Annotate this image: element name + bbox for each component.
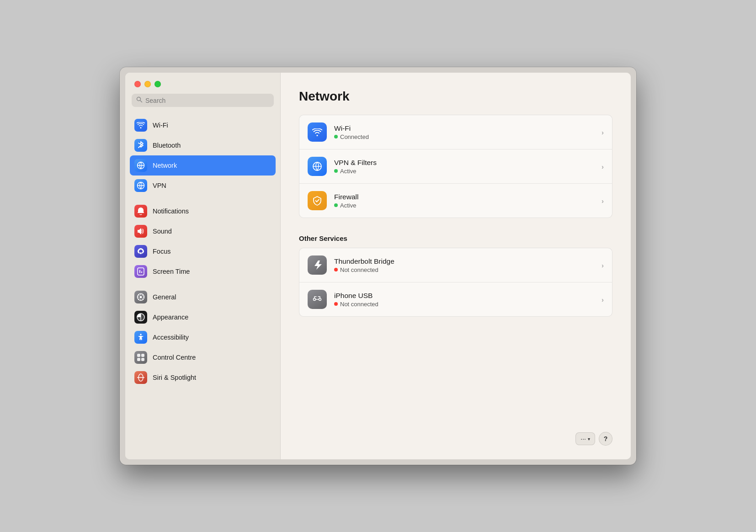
search-input[interactable] [145, 97, 269, 104]
other-services-section: Thunderbolt Bridge Not connected › [299, 248, 612, 317]
sidebar-item-bluetooth[interactable]: Bluetooth [130, 135, 276, 155]
thunderbolt-card-icon [308, 255, 327, 275]
wifi-chevron: › [602, 128, 604, 136]
page-title: Network [299, 89, 612, 104]
firewall-chevron: › [602, 197, 604, 205]
sidebar-item-focus-label: Focus [153, 248, 171, 255]
thunderbolt-card-name: Thunderbolt Bridge [334, 257, 594, 266]
thunderbolt-status-text: Not connected [340, 266, 378, 273]
separator-1 [130, 196, 276, 201]
bluetooth-icon [134, 139, 147, 152]
sidebar-item-notifications[interactable]: Notifications [130, 201, 276, 221]
sidebar-item-notifications-label: Notifications [153, 207, 189, 215]
sidebar-item-appearance[interactable]: Appearance [130, 307, 276, 327]
svg-rect-5 [138, 268, 144, 275]
svg-point-7 [140, 296, 142, 298]
iphone-card-status: Not connected [334, 301, 594, 308]
sidebar-item-vpn-label: VPN [153, 182, 166, 189]
minimize-button[interactable] [144, 81, 151, 87]
sidebar-item-network[interactable]: Network [130, 155, 276, 176]
search-input-wrapper[interactable] [132, 94, 274, 107]
network-icon [134, 159, 147, 172]
vpn-chevron: › [602, 163, 604, 170]
svg-rect-12 [137, 358, 140, 361]
firewall-card-name: Firewall [334, 193, 594, 201]
other-services-title: Other Services [299, 234, 612, 242]
appearance-icon [134, 311, 147, 324]
vpn-card-name: VPN & Filters [334, 159, 594, 167]
iphone-usb-card[interactable]: iPhone USB Not connected › [299, 282, 612, 317]
sidebar-item-screentime[interactable]: Screen Time [130, 261, 276, 282]
iphone-chevron: › [602, 296, 604, 303]
focus-icon [134, 245, 147, 258]
sidebar-item-screentime-label: Screen Time [153, 268, 190, 275]
wifi-status-dot [334, 135, 338, 138]
thunderbolt-card-info: Thunderbolt Bridge Not connected [334, 257, 594, 273]
vpn-card-status: Active [334, 168, 594, 175]
primary-section: Wi-Fi Connected › [299, 115, 612, 218]
sidebar-item-sound[interactable]: Sound [130, 221, 276, 241]
sidebar-item-general[interactable]: General [130, 287, 276, 307]
sidebar-item-siri[interactable]: Siri & Spotlight [130, 367, 276, 388]
search-container [125, 94, 280, 113]
separator-2 [130, 282, 276, 287]
help-label: ? [604, 435, 608, 442]
screentime-icon [134, 265, 147, 278]
sidebar-item-siri-label: Siri & Spotlight [153, 374, 196, 381]
help-button[interactable]: ? [599, 432, 612, 446]
wifi-card-info: Wi-Fi Connected [334, 124, 594, 140]
sidebar-item-wifi[interactable]: Wi-Fi [130, 115, 276, 135]
sidebar-item-vpn[interactable]: VPN [130, 176, 276, 196]
vpn-status-text: Active [340, 168, 356, 175]
wifi-card-icon [308, 122, 327, 142]
iphone-card-name: iPhone USB [334, 292, 594, 300]
wifi-icon [134, 119, 147, 132]
vpn-filters-card[interactable]: VPN & Filters Active › [299, 149, 612, 183]
svg-point-4 [140, 252, 142, 254]
vpn-status-dot [334, 169, 338, 173]
thunderbolt-card-status: Not connected [334, 266, 594, 273]
main-window: Wi-Fi Bluetooth [125, 73, 631, 459]
sidebar-list: Wi-Fi Bluetooth [125, 113, 280, 459]
maximize-button[interactable] [154, 81, 161, 87]
notifications-icon [134, 205, 147, 218]
svg-point-9 [140, 334, 142, 335]
sidebar-item-general-label: General [153, 293, 176, 301]
firewall-status-text: Active [340, 202, 356, 209]
thunderbolt-status-dot [334, 268, 338, 271]
sound-icon [134, 225, 147, 238]
firewall-card-status: Active [334, 202, 594, 209]
accessibility-icon [134, 331, 147, 344]
thunderbolt-card[interactable]: Thunderbolt Bridge Not connected › [299, 248, 612, 282]
iphone-status-dot [334, 302, 338, 306]
vpn-icon [134, 179, 147, 192]
general-icon [134, 291, 147, 303]
more-chevron: ▾ [588, 436, 590, 442]
wifi-card[interactable]: Wi-Fi Connected › [299, 115, 612, 149]
firewall-card-info: Firewall Active [334, 193, 594, 209]
more-button[interactable]: ··· ▾ [575, 432, 595, 445]
vpn-card-icon [308, 157, 327, 176]
sidebar-item-accessibility[interactable]: Accessibility [130, 327, 276, 347]
firewall-status-dot [334, 203, 338, 207]
sidebar-item-controlcentre[interactable]: Control Centre [130, 347, 276, 367]
firewall-card-icon [308, 191, 327, 210]
firewall-card[interactable]: Firewall Active › [299, 183, 612, 218]
sidebar-item-focus[interactable]: Focus [130, 241, 276, 261]
window-wrapper: Wi-Fi Bluetooth [120, 67, 636, 465]
sidebar-item-accessibility-label: Accessibility [153, 334, 189, 341]
close-button[interactable] [134, 81, 141, 87]
wifi-status-text: Connected [340, 133, 369, 140]
sidebar-item-network-label: Network [153, 162, 177, 169]
main-content: Network Wi-Fi [281, 73, 631, 459]
svg-rect-13 [141, 358, 144, 361]
svg-rect-10 [137, 354, 140, 357]
vpn-card-info: VPN & Filters Active [334, 159, 594, 175]
sidebar: Wi-Fi Bluetooth [125, 73, 281, 459]
more-dots: ··· [580, 435, 586, 442]
iphone-status-text: Not connected [340, 301, 378, 308]
svg-rect-11 [141, 354, 144, 357]
sidebar-item-sound-label: Sound [153, 228, 172, 235]
thunderbolt-chevron: › [602, 261, 604, 269]
siri-icon [134, 371, 147, 384]
